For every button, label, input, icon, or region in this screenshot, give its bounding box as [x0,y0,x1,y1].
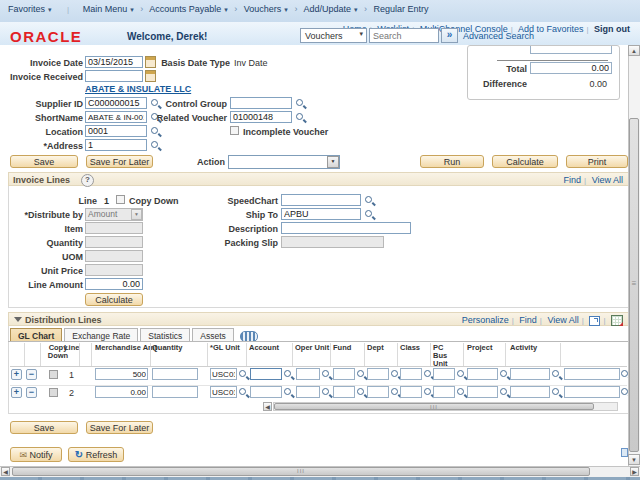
activity-input[interactable] [510,368,550,380]
distribution-view-all-link[interactable]: View All [547,315,578,325]
class-input[interactable] [400,386,422,398]
pc-bus-unit-lookup-icon[interactable] [457,388,467,398]
print-button[interactable]: Print [566,155,628,168]
search-input[interactable] [369,28,439,43]
grid-scroll-left-button[interactable]: ◀ [263,402,272,411]
add-row-button[interactable]: + [11,369,22,380]
location-lookup-icon[interactable] [151,127,161,137]
footer-save-button[interactable]: Save [10,421,78,434]
tab-gl-chart[interactable]: GL Chart [10,328,62,342]
add-row-button[interactable]: + [11,387,22,398]
extra-cell-input[interactable] [564,386,620,398]
merchandise-amt-input[interactable] [95,368,148,380]
incomplete-voucher-checkbox[interactable] [230,126,239,135]
account-input[interactable] [250,368,282,380]
line-amount-input[interactable] [85,278,143,290]
page-scroll-right-button[interactable]: ▶ [630,467,639,476]
notify-button[interactable]: Notify [10,447,62,462]
chevron-down-icon[interactable]: ▾ [359,30,363,38]
sign-out-link[interactable]: Sign out [594,24,630,34]
ship-to-input[interactable] [281,208,361,220]
related-voucher-lookup-icon[interactable] [296,113,306,123]
project-lookup-icon[interactable] [500,388,510,398]
run-button[interactable]: Run [420,155,484,168]
activity-input[interactable] [510,386,550,398]
project-input[interactable] [467,386,498,398]
description-input[interactable] [281,222,411,234]
breadcrumb-accounts-payable[interactable]: Accounts Payable [149,4,228,14]
quantity-cell-input[interactable] [152,368,198,380]
class-input[interactable] [400,368,422,380]
location-input[interactable] [85,125,147,137]
scroll-up-button[interactable]: ▲ [628,45,640,56]
tab-exchange-rate[interactable]: Exchange Rate [64,328,138,342]
grid-scrollbar-thumb[interactable] [274,403,594,410]
project-input[interactable] [467,368,498,380]
page-scrollbar-thumb[interactable] [12,467,590,476]
activity-lookup-icon[interactable] [552,388,562,398]
pc-bus-unit-lookup-icon[interactable] [457,370,467,380]
invoice-lines-view-all-link[interactable]: View All [592,175,623,185]
breadcrumb-favorites[interactable]: Favorites [8,4,54,14]
dept-input[interactable] [367,386,389,398]
invoice-received-input[interactable] [85,70,143,82]
oper-unit-lookup-icon[interactable] [322,370,332,380]
total-input[interactable] [530,62,612,74]
help-icon[interactable]: ? [81,174,94,187]
new-window-icon[interactable] [621,448,628,457]
gl-unit-lookup-icon[interactable] [239,388,249,398]
account-lookup-icon[interactable] [284,388,294,398]
vertical-scrollbar-thumb[interactable] [629,118,639,452]
breadcrumb-add-update[interactable]: Add/Update [303,4,357,14]
delete-row-button[interactable]: − [26,369,37,380]
tab-statistics[interactable]: Statistics [140,328,190,342]
project-lookup-icon[interactable] [500,370,510,380]
advanced-search-link[interactable]: Advanced Search [463,31,534,41]
action-select-arrow[interactable] [327,156,339,168]
delete-row-button[interactable]: − [26,387,37,398]
breadcrumb-main-menu[interactable]: Main Menu [83,4,134,14]
quantity-cell-input[interactable] [152,386,198,398]
fund-input[interactable] [333,386,355,398]
tab-assets[interactable]: Assets [192,328,234,342]
row-select-checkbox[interactable] [49,370,58,379]
address-input[interactable] [85,139,147,151]
refresh-button[interactable]: Refresh [68,447,124,462]
oper-unit-input[interactable] [296,386,320,398]
line-calculate-button[interactable]: Calculate [85,293,143,306]
supplier-name-link[interactable]: ABATE & INSULATE LLC [85,84,191,94]
fund-lookup-icon[interactable] [357,388,367,398]
search-scope-select[interactable]: Vouchers ▾ [300,28,367,43]
calendar-icon[interactable] [145,70,156,82]
distribution-find-link[interactable]: Find [519,315,537,325]
download-grid-icon[interactable] [611,315,623,326]
search-go-button[interactable] [441,28,458,43]
calculate-button[interactable]: Calculate [492,155,558,168]
pc-bus-unit-input[interactable] [433,386,455,398]
oper-unit-lookup-icon[interactable] [322,388,332,398]
copy-down-checkbox[interactable] [116,195,125,204]
control-group-lookup-icon[interactable] [296,99,306,109]
gl-unit-input[interactable] [210,368,237,380]
save-button[interactable]: Save [10,155,78,168]
invoice-lines-find-link[interactable]: Find [564,175,582,185]
address-lookup-icon[interactable] [151,141,161,151]
page-scroll-left-button[interactable]: ◀ [1,467,10,476]
breadcrumb-vouchers[interactable]: Vouchers [244,4,288,14]
dept-input[interactable] [367,368,389,380]
pc-bus-unit-input[interactable] [433,368,455,380]
collapse-triangle-icon[interactable] [14,317,22,322]
personalize-link[interactable]: Personalize [462,315,509,325]
zoom-window-icon[interactable] [589,316,600,326]
gl-unit-lookup-icon[interactable] [239,370,249,380]
merchandise-amt-input[interactable] [95,386,148,398]
ship-to-lookup-icon[interactable] [365,210,375,220]
action-select[interactable] [228,155,340,169]
fund-lookup-icon[interactable] [357,370,367,380]
activity-lookup-icon[interactable] [552,370,562,380]
totals-partial-input[interactable] [530,46,612,54]
gl-unit-input[interactable] [210,386,237,398]
oper-unit-input[interactable] [296,368,320,380]
account-input[interactable] [250,386,282,398]
footer-save-for-later-button[interactable]: Save For Later [86,421,153,434]
